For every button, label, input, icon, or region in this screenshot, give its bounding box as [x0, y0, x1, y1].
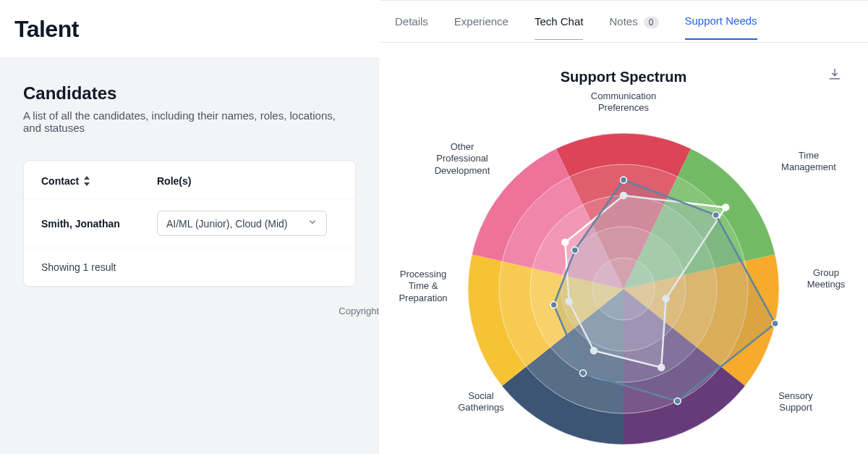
svg-point-18: [571, 247, 578, 253]
svg-point-17: [550, 302, 557, 308]
candidate-name: Smith, Jonathan: [41, 218, 157, 230]
copyright-text: Copyright: [0, 287, 379, 316]
roles-select-value: AI/ML (Junior), Cloud (Mid): [166, 218, 288, 230]
axis-label-sensory: Sensory Support: [767, 390, 825, 414]
tab-notes[interactable]: Notes 0: [609, 15, 658, 39]
axis-label-communication: Communication Preferences: [576, 91, 671, 114]
candidates-title: Candidates: [0, 83, 379, 104]
chart-title: Support Spectrum: [379, 69, 868, 85]
table-row[interactable]: Smith, Jonathan AI/ML (Junior), Cloud (M…: [24, 198, 355, 248]
sort-icon[interactable]: [83, 176, 90, 186]
tab-notes-label: Notes: [609, 15, 637, 28]
svg-point-16: [580, 370, 587, 377]
download-icon[interactable]: [827, 67, 842, 82]
table-header: Contact Role(s): [24, 161, 355, 198]
axis-label-group: Group Meetings: [797, 267, 855, 291]
tab-tech-chat[interactable]: Tech Chat: [535, 15, 584, 40]
svg-point-12: [621, 177, 627, 183]
axis-label-social: Social Gatherings: [448, 390, 514, 414]
axis-label-processing: Processing Time & Preparation: [391, 269, 456, 304]
logo-bar: Talent: [0, 0, 379, 59]
tab-support-needs[interactable]: Support Needs: [685, 14, 757, 40]
tab-experience[interactable]: Experience: [454, 15, 509, 39]
column-header-roles: Role(s): [157, 175, 191, 187]
left-pane: Talent Candidates A list of all the cand…: [0, 0, 379, 454]
notes-count-badge: 0: [644, 17, 659, 28]
column-header-contact[interactable]: Contact: [41, 175, 157, 187]
svg-point-13: [712, 212, 719, 219]
chart-area: Support Spectrum Communication Preferenc…: [379, 43, 868, 454]
svg-point-11: [562, 239, 569, 245]
column-header-contact-label: Contact: [41, 175, 79, 187]
app-logo: Talent: [14, 16, 79, 43]
svg-point-14: [772, 320, 778, 327]
svg-point-6: [723, 204, 729, 211]
tab-details[interactable]: Details: [395, 15, 428, 39]
left-body: Candidates A list of all the candidates,…: [0, 59, 379, 454]
axis-label-time: Time Management: [773, 150, 845, 174]
right-pane: Details Experience Tech Chat Notes 0 Sup…: [379, 0, 868, 454]
tabs-bar: Details Experience Tech Chat Notes 0 Sup…: [379, 1, 868, 43]
roles-select[interactable]: AI/ML (Junior), Cloud (Mid): [157, 211, 327, 236]
chevron-down-icon: [307, 217, 318, 230]
table-footer: Showing 1 result: [24, 248, 355, 286]
candidates-table-card: Contact Role(s) Smith, Jonathan AI/ML (J…: [23, 160, 356, 287]
svg-point-15: [674, 398, 681, 404]
axis-label-other: Other Professional Development: [422, 141, 502, 177]
app-root: Talent Candidates A list of all the cand…: [0, 0, 868, 454]
candidates-subtitle: A list of all the candidates, including …: [0, 104, 379, 134]
